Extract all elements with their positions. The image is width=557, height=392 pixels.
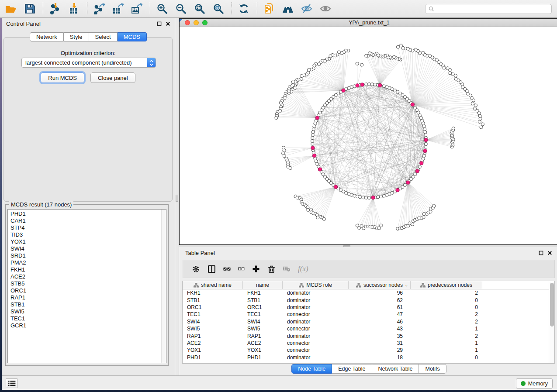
share-document-icon[interactable] [263, 2, 276, 15]
node-table[interactable]: shared namenameMCDS rolesuccessor nodes⌄… [182, 281, 555, 364]
deselect-all-icon[interactable] [238, 266, 245, 272]
add-icon[interactable] [252, 265, 260, 273]
column-header-MCDS-role[interactable]: MCDS role [283, 281, 349, 289]
result-node-item[interactable]: ORC1 [8, 287, 161, 294]
refresh-layout-icon[interactable] [237, 2, 250, 15]
zoom-fit-icon[interactable] [193, 2, 206, 15]
status-list-button[interactable] [6, 378, 17, 388]
export-table-icon[interactable] [111, 2, 125, 15]
table-row[interactable]: ACE2ACE2connector311 [183, 340, 554, 347]
zoom-selected-icon[interactable] [212, 2, 225, 15]
mcds-result-list[interactable]: PHD1CAR1STP4TID3YOX1SWI4SRD1PMA2FKH1ACE2… [7, 209, 166, 363]
tab-edge-table[interactable]: Edge Table [332, 364, 372, 374]
toolbar-separator [232, 2, 232, 15]
tab-motifs[interactable]: Motifs [419, 364, 446, 374]
result-node-item[interactable]: RAP1 [8, 294, 161, 301]
tab-network[interactable]: Network [30, 32, 64, 41]
cell-successor-nodes: 29 [349, 347, 411, 353]
result-node-item[interactable]: CAR1 [8, 217, 161, 224]
vertical-splitter[interactable] [175, 18, 179, 375]
table-row[interactable]: FKH1FKH1dominator962 [183, 289, 554, 296]
result-node-item[interactable]: GCR1 [8, 322, 161, 329]
result-list-scrollbar[interactable] [161, 210, 166, 363]
result-node-item[interactable]: PMA2 [8, 259, 161, 266]
show-columns-icon[interactable] [208, 265, 216, 273]
cell-MCDS-role: dominator [283, 290, 349, 296]
result-node-item[interactable]: STB5 [8, 280, 161, 287]
import-network-icon[interactable] [48, 2, 62, 15]
result-node-item[interactable]: FKH1 [8, 266, 161, 273]
network-window-titlebar[interactable]: YPA_prune.txt_1 [180, 19, 557, 27]
cell-predecessor-nodes: 0 [411, 297, 482, 303]
select-all-icon[interactable] [223, 265, 231, 273]
memory-button[interactable]: Memory [516, 378, 553, 389]
table-panel-tabs: Node TableEdge TableNetwork TableMotifs [179, 364, 557, 374]
table-scrollbar[interactable] [549, 281, 554, 363]
tab-network-table[interactable]: Network Table [372, 364, 419, 374]
cell-predecessor-nodes: 2 [411, 319, 482, 325]
network-canvas[interactable] [180, 27, 557, 244]
result-node-item[interactable]: SRD1 [8, 252, 161, 259]
column-header-successor-nodes[interactable]: successor nodes⌄ [349, 281, 411, 289]
table-row[interactable]: PHD1PHD1dominator180 [183, 354, 554, 361]
result-node-item[interactable]: PHD1 [8, 210, 161, 217]
splitter-grip[interactable] [343, 245, 350, 247]
cell-shared-name: ACE2 [183, 340, 243, 346]
open-file-icon[interactable] [4, 2, 17, 15]
column-header-predecessor-nodes[interactable]: predecessor nodes [411, 281, 482, 289]
tab-node-table[interactable]: Node Table [291, 364, 332, 374]
binoculars-icon[interactable] [281, 2, 294, 15]
save-session-icon[interactable] [23, 2, 36, 15]
status-bar: Memory [2, 375, 557, 390]
result-node-item[interactable]: TID3 [8, 231, 161, 238]
criterion-dropdown[interactable]: largest connected component (undirected) [21, 58, 156, 68]
search-box[interactable] [425, 4, 552, 14]
column-header-shared-name[interactable]: shared name [183, 281, 243, 289]
tab-select[interactable]: Select [89, 32, 118, 41]
export-network-icon[interactable] [93, 2, 106, 15]
table-row[interactable]: STB1STB1dominator620 [183, 296, 554, 303]
memory-status-icon [521, 381, 526, 386]
table-header-row[interactable]: shared namenameMCDS rolesuccessor nodes⌄… [183, 281, 554, 289]
zoom-in-icon[interactable] [156, 2, 169, 15]
float-panel-icon[interactable] [539, 251, 543, 255]
result-node-item[interactable]: SWI5 [8, 308, 161, 315]
dropdown-stepper-icon [147, 58, 156, 67]
result-node-item[interactable]: TEC1 [8, 315, 161, 322]
table-row[interactable]: RAP1RAP1dominator352 [183, 332, 554, 339]
column-header-name[interactable]: name [243, 281, 283, 289]
close-panel-button[interactable]: Close panel [90, 72, 135, 83]
network-graph[interactable] [180, 27, 557, 244]
table-settings-icon[interactable] [192, 265, 200, 273]
search-input[interactable] [436, 4, 551, 14]
result-node-item[interactable]: YOX1 [8, 238, 161, 245]
show-details-icon[interactable] [319, 2, 332, 15]
result-node-item[interactable]: ACE2 [8, 273, 161, 280]
tab-mcds[interactable]: MCDS [118, 32, 147, 41]
cell-name: ORC1 [243, 304, 283, 310]
close-panel-icon[interactable] [547, 251, 552, 255]
table-row[interactable]: TEC1TEC1connector472 [183, 311, 554, 318]
export-image-icon[interactable] [130, 2, 143, 15]
table-panel: Table Panel f(x) shared namenameMCDS rol… [179, 247, 557, 375]
table-row[interactable]: SWI4SWI4dominator462 [183, 318, 554, 325]
table-row[interactable]: SWI5SWI5connector431 [183, 325, 554, 332]
zoom-out-icon[interactable] [174, 2, 187, 15]
splitter-grip[interactable] [176, 195, 178, 202]
cell-name: STB1 [243, 297, 283, 303]
hide-details-icon[interactable] [300, 2, 313, 15]
result-node-item[interactable]: SWI4 [8, 245, 161, 252]
result-node-item[interactable]: STP4 [8, 224, 161, 231]
table-row[interactable]: ORC1ORC1dominator610 [183, 304, 554, 311]
optimization-criterion-label: Optimization criterion: [4, 50, 172, 56]
import-table-icon[interactable] [67, 2, 80, 15]
float-panel-icon[interactable] [157, 21, 162, 26]
tab-style[interactable]: Style [64, 32, 89, 41]
result-node-item[interactable]: STB1 [8, 301, 161, 308]
table-panel-titlebar: Table Panel [179, 247, 557, 259]
close-panel-icon[interactable] [166, 21, 170, 26]
table-row[interactable]: YOX1YOX1connector291 [183, 347, 554, 354]
scrollbar-thumb[interactable] [550, 283, 554, 327]
run-mcds-button[interactable]: Run MCDS [41, 72, 84, 83]
delete-icon[interactable] [267, 265, 276, 273]
